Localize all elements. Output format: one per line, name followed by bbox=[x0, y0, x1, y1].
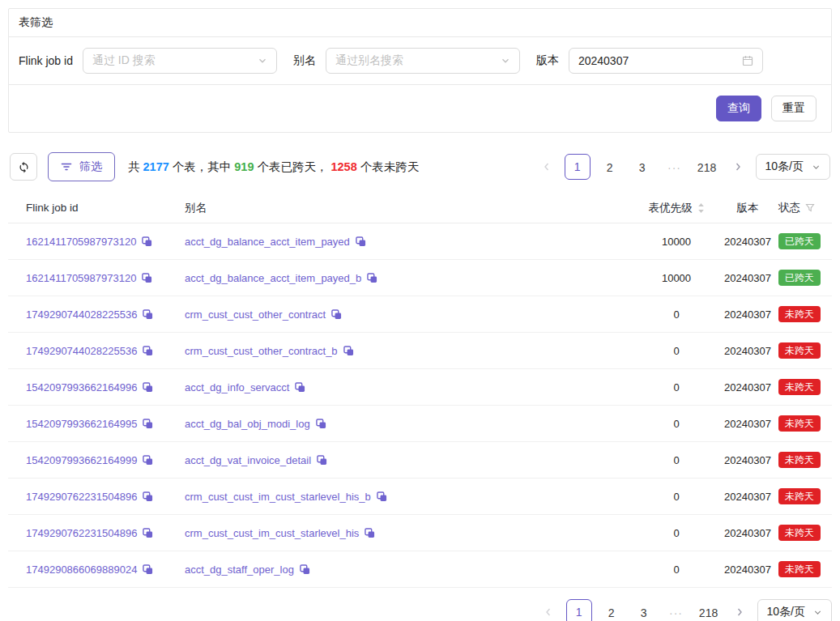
job-id-link[interactable]: 1749290866069889024 bbox=[26, 564, 137, 576]
copy-icon[interactable] bbox=[367, 273, 377, 283]
pagination-page-2[interactable]: 2 bbox=[597, 154, 623, 180]
alias-link[interactable]: acct_dg_balance_acct_item_payed bbox=[185, 236, 350, 248]
copy-icon[interactable] bbox=[143, 455, 153, 466]
job-id-link[interactable]: 1542097993662164999 bbox=[26, 454, 137, 466]
column-header-priority[interactable]: 表优先级 bbox=[636, 201, 717, 215]
status-badge: 未跨天 bbox=[778, 525, 821, 541]
status-badge: 未跨天 bbox=[778, 488, 821, 504]
version-date-value: 20240307 bbox=[578, 54, 629, 67]
table-row: 1749290866069889024 acct_dg_staff_oper_l… bbox=[8, 551, 832, 588]
priority-cell: 0 bbox=[636, 381, 717, 393]
pagination-prev-button[interactable] bbox=[535, 154, 558, 180]
copy-icon[interactable] bbox=[143, 309, 153, 320]
table-footer: 123···21810条/页 bbox=[8, 599, 832, 621]
pagination-page-218[interactable]: 218 bbox=[694, 154, 720, 180]
column-header-flink-job-id: Flink job id bbox=[26, 202, 185, 214]
filter-panel-button[interactable]: 筛选 bbox=[48, 152, 115, 181]
copy-icon[interactable] bbox=[143, 491, 153, 502]
copy-icon[interactable] bbox=[295, 382, 305, 393]
status-badge: 已跨天 bbox=[778, 270, 821, 286]
pagination-prev-button[interactable] bbox=[537, 599, 560, 621]
alias-link[interactable]: acct_dg_info_servacct bbox=[185, 381, 289, 393]
status-badge: 未跨天 bbox=[778, 415, 821, 432]
pagination-ellipsis[interactable]: ··· bbox=[663, 599, 689, 621]
job-id-link[interactable]: 1749290744028225536 bbox=[26, 345, 137, 357]
status-cell: 未跨天 bbox=[778, 561, 824, 577]
copy-icon[interactable] bbox=[143, 382, 153, 393]
chevron-right-icon bbox=[733, 162, 743, 172]
data-table: Flink job id 别名 表优先级 版本 状态 bbox=[8, 193, 832, 588]
alias-label: 别名 bbox=[293, 53, 316, 68]
alias-link[interactable]: acct_dg_bal_obj_modi_log bbox=[185, 418, 310, 430]
alias-cell: acct_dg_balance_acct_item_payed bbox=[185, 236, 636, 248]
job-id-link[interactable]: 1749290744028225536 bbox=[26, 308, 137, 321]
table-header: Flink job id 别名 表优先级 版本 状态 bbox=[8, 193, 832, 223]
filter-panel-button-label: 筛选 bbox=[79, 160, 102, 174]
pagination-next-button[interactable] bbox=[727, 154, 749, 180]
pagination-page-2[interactable]: 2 bbox=[599, 599, 625, 621]
job-id-link[interactable]: 1621411705987973120 bbox=[26, 236, 136, 248]
copy-icon[interactable] bbox=[143, 564, 153, 575]
alias-link[interactable]: crm_cust_cust_other_contract bbox=[185, 308, 326, 321]
column-header-version: 版本 bbox=[717, 201, 778, 215]
pagination-page-1[interactable]: 1 bbox=[565, 154, 591, 180]
status-cell: 未跨天 bbox=[778, 342, 824, 359]
priority-cell: 0 bbox=[636, 491, 717, 503]
copy-icon[interactable] bbox=[377, 491, 387, 502]
alias-link[interactable]: crm_cust_cust_other_contract_b bbox=[185, 345, 338, 357]
alias-placeholder: 通过别名搜索 bbox=[335, 53, 403, 68]
copy-icon[interactable] bbox=[143, 419, 153, 429]
version-date-picker[interactable]: 20240307 bbox=[569, 48, 763, 74]
alias-link[interactable]: crm_cust_cust_im_cust_starlevel_his bbox=[185, 527, 359, 539]
job-id-link[interactable]: 1749290762231504896 bbox=[26, 527, 137, 539]
copy-icon[interactable] bbox=[143, 528, 153, 538]
copy-icon[interactable] bbox=[143, 346, 153, 356]
refresh-button[interactable] bbox=[10, 153, 37, 181]
copy-icon[interactable] bbox=[365, 528, 375, 538]
job-id-cell: 1749290866069889024 bbox=[26, 564, 185, 576]
copy-icon[interactable] bbox=[317, 455, 327, 466]
copy-icon[interactable] bbox=[300, 564, 310, 575]
copy-icon[interactable] bbox=[356, 236, 366, 247]
funnel-filter-icon[interactable] bbox=[805, 203, 815, 213]
pagination-page-218[interactable]: 218 bbox=[696, 599, 722, 621]
version-cell: 20240307 bbox=[717, 381, 778, 393]
copy-icon[interactable] bbox=[142, 273, 152, 283]
copy-icon[interactable] bbox=[316, 419, 326, 429]
status-badge: 已跨天 bbox=[778, 233, 821, 249]
flink-job-id-placeholder: 通过 ID 搜索 bbox=[92, 53, 156, 68]
status-cell: 已跨天 bbox=[778, 233, 824, 249]
copy-icon[interactable] bbox=[343, 346, 354, 356]
alias-select[interactable]: 通过别名搜索 bbox=[326, 48, 520, 74]
summary-text: 个表已跨天， bbox=[257, 160, 327, 173]
alias-link[interactable]: crm_cust_cust_im_cust_starlevel_his_b bbox=[185, 491, 371, 503]
status-badge: 未跨天 bbox=[778, 561, 821, 577]
alias-link[interactable]: acct_dg_vat_invoice_detail bbox=[185, 454, 311, 466]
pagination-ellipsis[interactable]: ··· bbox=[662, 154, 688, 180]
sorter-icon[interactable] bbox=[697, 202, 705, 214]
copy-icon[interactable] bbox=[331, 309, 342, 320]
pagination-next-button[interactable] bbox=[728, 599, 751, 621]
reset-button[interactable]: 重置 bbox=[771, 96, 817, 121]
job-id-link[interactable]: 1749290762231504896 bbox=[26, 491, 137, 503]
copy-icon[interactable] bbox=[142, 236, 152, 247]
column-header-label: Flink job id bbox=[26, 202, 79, 214]
chevron-down-icon bbox=[501, 56, 510, 66]
query-button[interactable]: 查询 bbox=[716, 96, 761, 121]
priority-cell: 0 bbox=[636, 564, 717, 576]
alias-link[interactable]: acct_dg_staff_oper_log bbox=[185, 564, 294, 576]
pagination-page-1[interactable]: 1 bbox=[566, 599, 592, 621]
page-size-select[interactable]: 10条/页 bbox=[757, 599, 832, 621]
pagination-page-3[interactable]: 3 bbox=[631, 599, 657, 621]
job-id-link[interactable]: 1621411705987973120 bbox=[26, 272, 136, 284]
pagination-page-3[interactable]: 3 bbox=[629, 154, 655, 180]
page: 表筛选 Flink job id 通过 ID 搜索 别名 通过别名搜索 bbox=[0, 0, 840, 621]
job-id-link[interactable]: 1542097993662164996 bbox=[26, 381, 137, 393]
job-id-link[interactable]: 1542097993662164995 bbox=[26, 418, 137, 430]
version-cell: 20240307 bbox=[717, 491, 778, 503]
alias-link[interactable]: acct_dg_balance_acct_item_payed_b bbox=[185, 272, 361, 284]
page-size-select[interactable]: 10条/页 bbox=[756, 154, 830, 180]
table-row: 1621411705987973120 acct_dg_balance_acct… bbox=[8, 223, 832, 260]
job-id-cell: 1542097993662164999 bbox=[26, 454, 185, 466]
flink-job-id-select[interactable]: 通过 ID 搜索 bbox=[83, 48, 277, 74]
